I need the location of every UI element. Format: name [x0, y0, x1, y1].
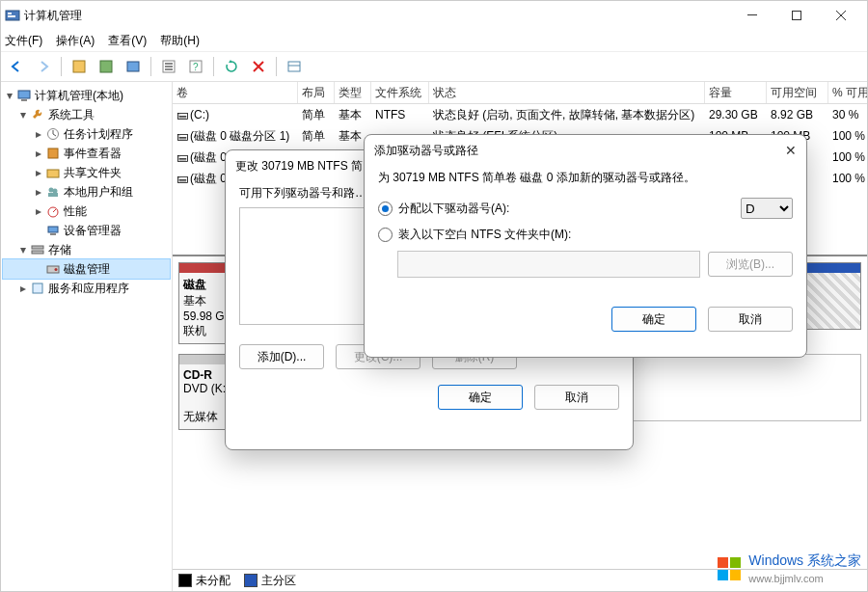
tool-icon-2[interactable] [95, 55, 118, 78]
menu-help[interactable]: 帮助(H) [160, 33, 200, 49]
tree-storage[interactable]: ▾ 存储 [3, 240, 170, 259]
menu-file[interactable]: 文件(F) [5, 33, 42, 49]
col-free[interactable]: 可用空间 [767, 82, 828, 103]
tool-icon-1[interactable] [68, 55, 91, 78]
tree-label: 本地用户和组 [64, 184, 133, 201]
browse-button[interactable]: 浏览(B)... [708, 252, 793, 277]
chevron-right-icon[interactable]: ▸ [16, 282, 30, 295]
table-row[interactable]: 🖴(C:)简单基本NTFS状态良好 (启动, 页面文件, 故障转储, 基本数据分… [173, 104, 867, 125]
app-icon [5, 8, 20, 23]
dlg2-cancel-button[interactable]: 取消 [708, 307, 793, 332]
svg-rect-6 [100, 61, 112, 72]
properties-icon[interactable] [157, 55, 180, 78]
dlg2-ok-button[interactable]: 确定 [611, 307, 696, 332]
list-icon[interactable] [283, 55, 306, 78]
svg-rect-32 [718, 557, 728, 568]
tree-label: 事件查看器 [64, 146, 122, 162]
tree-device-manager[interactable]: 设备管理器 [3, 221, 170, 240]
tree-local-users[interactable]: ▸ 本地用户和组 [3, 182, 170, 202]
tree-services-apps[interactable]: ▸ 服务和应用程序 [3, 279, 170, 298]
dialog2-desc: 为 30719 MB NTFS 简单卷 磁盘 0 添加新的驱动器号或路径。 [378, 170, 793, 186]
chevron-down-icon[interactable]: ▾ [3, 89, 16, 102]
menu-view[interactable]: 查看(V) [108, 33, 147, 49]
svg-rect-31 [33, 283, 42, 293]
legend-unallocated: 未分配 [178, 573, 231, 589]
svg-rect-28 [32, 251, 43, 254]
tree-shared-folders[interactable]: ▸ 共享文件夹 [3, 163, 170, 182]
svg-rect-26 [50, 233, 56, 235]
dialog2-close-icon[interactable]: ✕ [785, 143, 797, 158]
svg-rect-7 [127, 62, 139, 71]
back-button[interactable] [5, 55, 28, 78]
svg-rect-1 [8, 13, 12, 14]
tree-task-scheduler[interactable]: ▸ 任务计划程序 [3, 124, 170, 144]
dlg1-cancel-button[interactable]: 取消 [534, 385, 619, 410]
col-capacity[interactable]: 容量 [705, 82, 767, 103]
tree-label: 服务和应用程序 [48, 281, 129, 297]
menu-action[interactable]: 操作(A) [56, 33, 95, 49]
svg-rect-4 [793, 12, 801, 20]
radio-mount-folder[interactable]: 装入以下空白 NTFS 文件夹中(M): [378, 227, 793, 243]
mount-path-row: 浏览(B)... [397, 251, 793, 278]
svg-rect-25 [48, 227, 58, 232]
tool-icon-3[interactable] [122, 55, 145, 78]
windows-logo-icon [716, 555, 743, 582]
dialog-add-letter: 添加驱动器号或路径 ✕ 为 30719 MB NTFS 简单卷 磁盘 0 添加新… [364, 134, 807, 358]
toolbar-sep [150, 57, 151, 76]
maximize-button[interactable] [774, 1, 819, 30]
radio-assign-letter[interactable]: 分配以下驱动器号(A): D [378, 198, 793, 219]
svg-rect-34 [718, 570, 728, 580]
drive-letter-select[interactable]: D [741, 198, 793, 219]
tree-root[interactable]: ▾ 计算机管理(本地) [3, 86, 170, 105]
tree-performance[interactable]: ▸ 性能 [3, 202, 170, 221]
chevron-right-icon[interactable]: ▸ [32, 147, 45, 160]
svg-point-30 [55, 268, 58, 271]
tree-event-viewer[interactable]: ▸ 事件查看器 [3, 144, 170, 163]
chevron-right-icon[interactable]: ▸ [32, 204, 45, 218]
radio-mount-label: 装入以下空白 NTFS 文件夹中(M): [398, 227, 571, 243]
minimize-button[interactable] [730, 1, 774, 30]
col-pctfree[interactable]: % 可用 [828, 82, 867, 103]
toolbar-sep [276, 57, 277, 76]
svg-rect-35 [730, 570, 741, 580]
refresh-icon[interactable] [220, 55, 243, 78]
menubar: 文件(F) 操作(A) 查看(V) 帮助(H) [1, 30, 867, 52]
titlebar: 计算机管理 [1, 1, 867, 30]
users-icon [45, 184, 61, 200]
svg-rect-14 [288, 62, 300, 71]
forward-button[interactable] [32, 55, 55, 78]
disk-title: CD-R [183, 368, 212, 382]
svg-rect-10 [165, 66, 173, 67]
chevron-right-icon[interactable]: ▸ [32, 166, 45, 179]
chevron-down-icon[interactable]: ▾ [16, 108, 30, 121]
col-volume[interactable]: 卷 [173, 82, 298, 103]
watermark: Windows 系统之家 www.bjjmlv.com [716, 552, 861, 585]
close-button[interactable] [819, 1, 863, 30]
tree-disk-management[interactable]: 磁盘管理 [3, 259, 170, 279]
svg-rect-17 [21, 99, 27, 101]
radio-assign-label: 分配以下驱动器号(A): [398, 201, 509, 217]
nav-tree[interactable]: ▾ 计算机管理(本地) ▾ 系统工具 ▸ 任务计划程序 ▸ 事件查看器 ▸ [1, 82, 173, 591]
delete-icon[interactable] [247, 55, 270, 78]
watermark-sub: www.bjjmlv.com [748, 573, 823, 584]
col-layout[interactable]: 布局 [298, 82, 335, 103]
chevron-right-icon[interactable]: ▸ [32, 185, 45, 199]
disk-online: 联机 [183, 324, 206, 337]
dlg1-add-button[interactable]: 添加(D)... [239, 344, 324, 369]
col-status[interactable]: 状态 [429, 82, 705, 103]
help-icon[interactable]: ? [184, 55, 207, 78]
svg-rect-33 [730, 557, 741, 568]
chevron-down-icon[interactable]: ▾ [16, 243, 30, 256]
dialog2-titlebar: 添加驱动器号或路径 ✕ [365, 135, 806, 166]
legend-primary: 主分区 [244, 573, 296, 589]
dlg1-ok-button[interactable]: 确定 [438, 385, 523, 410]
tree-label: 性能 [64, 203, 87, 220]
col-fs[interactable]: 文件系统 [371, 82, 429, 103]
computer-icon [16, 88, 32, 103]
folder-share-icon [45, 165, 61, 180]
tree-systemtools[interactable]: ▾ 系统工具 [3, 105, 170, 124]
disk-type: 基本 [183, 294, 206, 308]
chevron-right-icon[interactable]: ▸ [32, 127, 45, 141]
svg-rect-23 [48, 193, 58, 197]
col-type[interactable]: 类型 [335, 82, 371, 103]
